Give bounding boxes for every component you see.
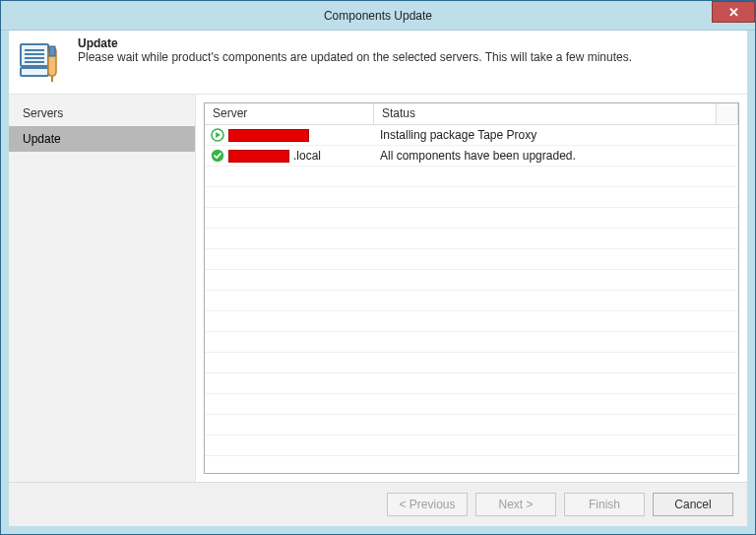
column-header-spacer [717,103,738,124]
content-area: Update Please wait while product's compo… [9,31,747,526]
sidebar-item-label: Update [23,132,61,146]
table-row [205,311,738,332]
grid-body: Installing package Tape Proxy [205,125,738,473]
svg-rect-5 [21,68,48,76]
cell-server [205,128,374,142]
header-text: Update Please wait while product's compo… [78,36,632,84]
next-button: Next > [475,493,556,516]
header-panel: Update Please wait while product's compo… [9,31,747,95]
previous-button: < Previous [387,493,468,516]
sidebar: Servers Update [9,95,196,482]
window-title: Components Update [1,9,755,23]
update-icon [19,36,66,84]
table-row [205,187,738,208]
sidebar-item-servers[interactable]: Servers [9,100,195,126]
cancel-button[interactable]: Cancel [653,493,733,516]
dialog-window: Components Update ✕ Updat [0,0,756,535]
page-title: Update [78,36,632,50]
main-panel: Server Status [196,95,747,482]
table-row [205,167,738,187]
cell-status: All components have been upgraded. [374,149,738,163]
column-header-server[interactable]: Server [205,103,374,124]
sidebar-item-label: Servers [23,106,63,120]
cell-server: .local [205,149,374,163]
server-name-suffix: .local [293,149,321,163]
table-row [205,373,738,394]
table-row [205,208,738,229]
servers-grid: Server Status [204,102,739,474]
table-row[interactable]: Installing package Tape Proxy [205,125,738,146]
table-row[interactable]: .local All components have been upgraded… [205,146,738,167]
table-row [205,415,738,435]
svg-marker-8 [216,132,220,138]
titlebar: Components Update ✕ [1,1,755,31]
running-icon [211,128,224,142]
table-row [205,353,738,373]
table-row [205,270,738,291]
page-subtitle: Please wait while product's components a… [78,50,632,64]
success-icon [211,149,224,163]
close-icon: ✕ [728,5,739,20]
table-row [205,435,738,456]
button-row: < Previous Next > Finish Cancel [9,482,747,526]
table-row [205,332,738,353]
finish-button: Finish [564,493,645,516]
table-row [205,394,738,415]
sidebar-item-update[interactable]: Update [9,126,195,152]
table-row [205,229,738,249]
column-header-status[interactable]: Status [374,103,717,124]
table-row [205,249,738,270]
redacted-server-name [228,129,309,142]
close-button[interactable]: ✕ [712,1,755,23]
svg-rect-6 [49,46,55,56]
redacted-server-name [228,150,289,163]
table-row [205,291,738,311]
grid-header: Server Status [205,103,738,125]
cell-status: Installing package Tape Proxy [374,128,738,142]
body-split: Servers Update Server Status [9,95,747,482]
